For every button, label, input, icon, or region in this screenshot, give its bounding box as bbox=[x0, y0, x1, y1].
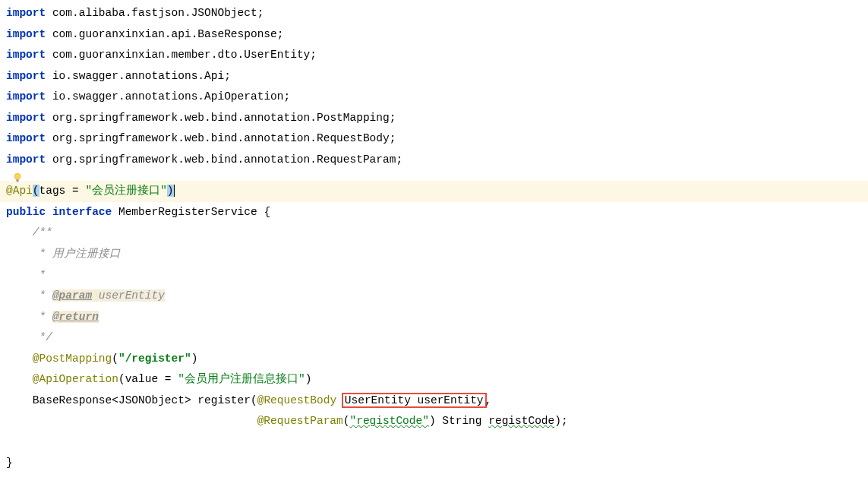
import-line-5: import org.springframework.web.bind.anno… bbox=[0, 108, 868, 129]
import-line-2: import com.guoranxinxian.member.dto.User… bbox=[0, 45, 868, 66]
api-annotation-line: @Api(tags = "会员注册接口") bbox=[0, 181, 868, 202]
method-signature-line1: BaseResponse<JSONObject> register(@Reque… bbox=[0, 390, 868, 412]
lightbulb-icon[interactable] bbox=[12, 170, 23, 181]
interface-declaration: public interface MemberRegisterService { bbox=[0, 202, 868, 223]
post-mapping-annotation: @PostMapping("/register") bbox=[0, 349, 868, 370]
method-signature-line2: @RequestParam("registCode") String regis… bbox=[0, 411, 868, 432]
import-line-1: import com.guoranxinxian.api.BaseRespons… bbox=[0, 24, 868, 46]
svg-point-0 bbox=[14, 174, 21, 180]
import-line-0: import com.alibaba.fastjson.JSONObject; bbox=[0, 3, 868, 24]
import-line-3: import io.swagger.annotations.Api; bbox=[0, 66, 868, 87]
text-cursor bbox=[174, 185, 175, 197]
doc-comment-param: * @param userEntity bbox=[0, 286, 868, 307]
doc-comment-return: * @return bbox=[0, 307, 868, 328]
api-operation-annotation: @ApiOperation(value = "会员用户注册信息接口") bbox=[0, 369, 868, 390]
code-editor[interactable]: import com.alibaba.fastjson.JSONObject; … bbox=[0, 3, 868, 474]
blank-line bbox=[0, 432, 868, 454]
doc-comment-desc: * 用户注册接口 bbox=[0, 244, 868, 265]
highlighted-parameter-box: UserEntity userEntity bbox=[342, 393, 487, 408]
intention-bulb-line bbox=[0, 170, 868, 181]
doc-comment-end: */ bbox=[0, 327, 868, 349]
import-line-4: import io.swagger.annotations.ApiOperati… bbox=[0, 87, 868, 108]
close-brace: } bbox=[0, 453, 868, 474]
import-line-7: import org.springframework.web.bind.anno… bbox=[0, 150, 868, 171]
doc-comment-start: /** bbox=[0, 223, 868, 244]
doc-comment-blank: * bbox=[0, 265, 868, 286]
import-line-6: import org.springframework.web.bind.anno… bbox=[0, 128, 868, 150]
